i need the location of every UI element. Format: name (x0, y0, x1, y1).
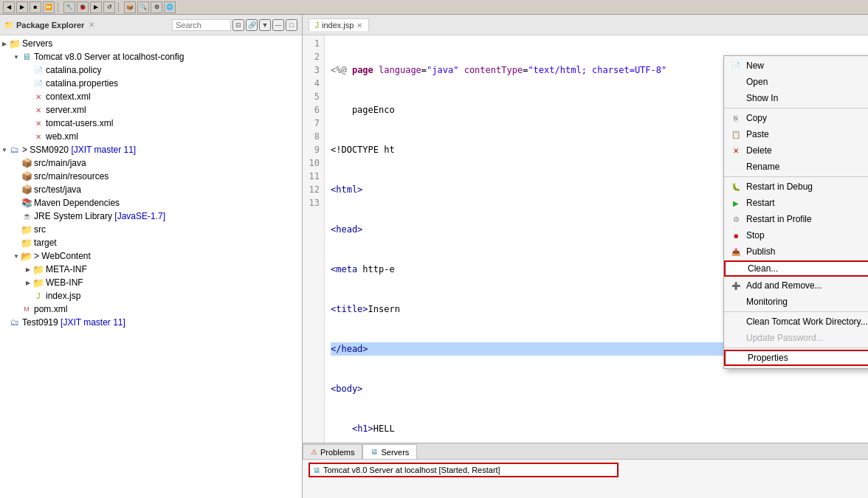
tree-item-target[interactable]: 📁 target (0, 236, 302, 249)
toolbar-btn[interactable]: ■ (30, 1, 41, 13)
line-num: 4 (307, 77, 320, 90)
collapse-all-btn[interactable]: ⊟ (232, 19, 244, 31)
menu-item-clean-tomcat[interactable]: Clean Tomcat Work Directory... (724, 314, 868, 330)
search-input[interactable] (172, 19, 231, 31)
tree-item-src-main-resources[interactable]: 📦 src/main/resources (0, 170, 302, 183)
editor-tab-label: index.jsp (322, 21, 354, 30)
toolbar-btn[interactable]: ▶ (90, 1, 102, 13)
line-num: 11 (307, 170, 320, 183)
tree-item-pom-xml[interactable]: M pom.xml (0, 302, 302, 316)
menu-item-rename[interactable]: Rename F2 (724, 159, 868, 175)
tree-item-tomcat-users-xml[interactable]: ✕ tomcat-users.xml (0, 117, 302, 130)
tree-item-jre[interactable]: ☕ JRE System Library [JavaSE-1.7] (0, 210, 302, 223)
tree-label: context.xml (46, 91, 91, 102)
src-icon: 📦 (21, 157, 32, 169)
tree-item-src-test-java[interactable]: 📦 src/test/java (0, 183, 302, 196)
menu-item-publish[interactable]: 📤 Publish Ctrl+Alt+P (724, 243, 868, 260)
server-status-label: Tomcat v8.0 Server at localhost [Started… (323, 466, 500, 474)
tree-view[interactable]: ▶ 📁 Servers ▼ 🖥 Tomcat v8.0 Server at lo… (0, 35, 302, 498)
toolbar-btn[interactable]: 📦 (124, 1, 136, 13)
project-icon: 🗂 (9, 317, 21, 328)
file-icon: 📄 (32, 64, 44, 76)
properties-icon (731, 352, 743, 364)
tree-toggle (12, 185, 21, 194)
view-menu-btn[interactable]: ▼ (259, 19, 271, 31)
tree-toggle (24, 79, 32, 88)
menu-item-restart[interactable]: ▶ Restart Ctrl+Alt+R (724, 195, 868, 211)
menu-item-properties[interactable]: Properties Alt+Enter (724, 350, 868, 366)
toolbar-btn[interactable]: ▶ (16, 1, 28, 13)
toolbar-btn[interactable]: ◀ (3, 1, 15, 13)
menu-item-delete[interactable]: ✕ Delete Delete (724, 142, 868, 159)
server-status-row[interactable]: 🖥 Tomcat v8.0 Server at localhost [Start… (309, 463, 619, 477)
toolbar-btn[interactable]: ⚙ (151, 1, 162, 13)
menu-item-copy[interactable]: ⎘ Copy Ctrl+C (724, 110, 868, 126)
tree-item-webcontent[interactable]: ▼ 📂 > WebContent (0, 249, 302, 263)
tree-item-src-main-java[interactable]: 📦 src/main/java (0, 156, 302, 170)
tree-label: JRE System Library [JavaSE-1.7] (34, 211, 165, 221)
tree-item-catalina-policy[interactable]: 📄 catalina.policy (0, 63, 302, 77)
toolbar-btn[interactable]: ↺ (103, 1, 115, 13)
tree-item-ssm0920[interactable]: ▼ 🗂 > SSM0920 [JXIT master 11] (0, 143, 302, 156)
tree-toggle (24, 92, 32, 101)
right-panel: J index.jsp ✕ 1 2 3 4 5 6 7 8 9 10 11 12… (303, 15, 868, 498)
toolbar-btn[interactable]: 🔧 (63, 1, 75, 13)
menu-label: Copy (746, 113, 868, 123)
tree-item-tomcat-config[interactable]: ▼ 🖥 Tomcat v8.0 Server at localhost-conf… (0, 50, 302, 63)
tree-toggle (12, 238, 21, 247)
tree-item-web-inf[interactable]: ▶ 📁 WEB-INF (0, 276, 302, 289)
menu-label: Clean Tomcat Work Directory... (746, 317, 868, 327)
tree-item-web-xml[interactable]: ✕ web.xml (0, 130, 302, 143)
menu-item-show-in[interactable]: Show In Alt+Shift+W ▶ (724, 90, 868, 106)
menu-item-stop[interactable]: ■ Stop Ctrl+Alt+S (724, 227, 868, 243)
tree-item-server-xml[interactable]: ✕ server.xml (0, 103, 302, 117)
line-numbers: 1 2 3 4 5 6 7 8 9 10 11 12 13 (303, 35, 325, 498)
tree-toggle: ▶ (0, 39, 9, 48)
close-tab-icon[interactable]: ✕ (356, 21, 362, 30)
update-password-icon (730, 332, 742, 344)
editor-tab[interactable]: J index.jsp ✕ (309, 18, 369, 31)
restart-icon: ▶ (730, 197, 742, 209)
menu-item-open[interactable]: Open F3 (724, 74, 868, 90)
tree-item-meta-inf[interactable]: ▶ 📁 META-INF (0, 263, 302, 276)
menu-item-restart-profile[interactable]: ⚙ Restart in Profile (724, 211, 868, 227)
minimize-btn[interactable]: — (272, 19, 284, 31)
menu-item-restart-debug[interactable]: 🐛 Restart in Debug Ctrl+Alt+D (724, 179, 868, 195)
toolbar-btn[interactable]: 🐞 (77, 1, 89, 13)
menu-item-new[interactable]: 📄 New ▶ (724, 58, 868, 74)
toolbar-btn[interactable]: 🌐 (164, 1, 176, 13)
toolbar-btn[interactable]: ⏩ (43, 1, 55, 13)
tree-item-index-jsp[interactable]: J index.jsp (0, 289, 302, 302)
menu-item-clean[interactable]: Clean... (724, 260, 868, 277)
menu-label: Rename (746, 162, 868, 172)
tab-servers[interactable]: 🖥 Servers (362, 444, 417, 459)
tree-item-catalina-properties[interactable]: 📄 catalina.properties (0, 77, 302, 90)
file-icon: ✕ (32, 117, 44, 129)
tree-toggle (24, 66, 32, 75)
toolbar-btn[interactable]: 🔍 (137, 1, 149, 13)
panel-title-x: ✕ (89, 21, 94, 29)
maximize-btn[interactable]: □ (286, 19, 297, 31)
tree-label: src (34, 224, 46, 235)
line-num: 2 (307, 50, 320, 63)
line-num: 10 (307, 156, 320, 170)
tree-item-maven-deps[interactable]: 📚 Maven Dependencies (0, 196, 302, 210)
menu-label: Publish (746, 246, 868, 257)
tree-item-servers[interactable]: ▶ 📁 Servers (0, 37, 302, 50)
panel-header: 📁 Package Explorer ✕ ⊟ 🔗 ▼ — □ (0, 15, 302, 35)
tree-item-context-xml[interactable]: ✕ context.xml (0, 90, 302, 103)
tree-toggle: ▼ (12, 252, 21, 260)
menu-item-monitoring[interactable]: Monitoring ▶ (724, 294, 868, 310)
menu-item-add-remove[interactable]: ➕ Add and Remove... (724, 277, 868, 294)
tree-item-test0919[interactable]: 🗂 Test0919 [JXIT master 11] (0, 316, 302, 329)
menu-item-update-password[interactable]: Update Password... (724, 330, 868, 346)
link-with-editor-btn[interactable]: 🔗 (246, 19, 258, 31)
menu-label: Delete (746, 145, 868, 156)
menu-item-paste[interactable]: 📋 Paste Ctrl+V (724, 126, 868, 142)
tree-label: META-INF (46, 264, 87, 274)
tree-item-src[interactable]: 📁 src (0, 223, 302, 236)
jar-icon: ☕ (21, 210, 32, 222)
server-status-icon: 🖥 (313, 466, 320, 474)
line-num: 3 (307, 63, 320, 77)
tab-problems[interactable]: ⚠ Problems (303, 444, 362, 459)
